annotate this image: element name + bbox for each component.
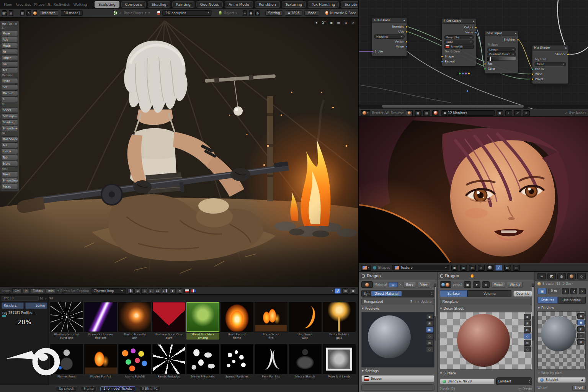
tool-button[interactable]: Mode (1, 43, 18, 49)
tool-button[interactable]: Pivot (1, 78, 18, 84)
layout-icon[interactable]: ⊞ (343, 20, 349, 25)
node-socket[interactable] (531, 68, 534, 70)
count-field[interactable]: cnt | 0 (2, 296, 39, 301)
pin-icon[interactable]: ▾ (473, 281, 480, 288)
material-sphere-button[interactable] (440, 281, 451, 288)
shader-node[interactable]: X-Out-Trans▪NormalsUVsMapping▾VectorValu… (372, 18, 407, 56)
override-button[interactable]: Override (513, 291, 532, 297)
tool-button[interactable]: GG (1, 61, 18, 67)
material-sphere-icon[interactable] (487, 265, 493, 271)
close-icon[interactable]: × (523, 110, 530, 116)
node-widget[interactable]: Mapping▾ (374, 34, 405, 39)
mode-button[interactable]: Mode (304, 10, 319, 16)
texture-thumbnail-campfire2[interactable] (84, 344, 117, 374)
close-icon[interactable]: × (579, 288, 586, 294)
clipboard-icon[interactable]: ▣ (328, 20, 334, 25)
preview-tool-button[interactable]: ◇ (426, 333, 433, 339)
workspace-tab-sculpting[interactable]: Sculpting (95, 1, 119, 8)
tool-button[interactable]: Fit (1, 49, 18, 55)
preview-tool-button[interactable]: ▤ (577, 339, 585, 345)
shading-material-icon[interactable]: ◑ (255, 10, 260, 16)
close-icon[interactable]: × (350, 20, 356, 25)
menu-item[interactable]: Phase I.N., Re.Switch (33, 3, 72, 7)
texture-thumbnail-laser[interactable] (84, 302, 117, 332)
shader-node[interactable]: Mix Shader▪ShaderMy traitBlend▾Fac 0kWin… (532, 45, 568, 84)
tab-surface[interactable]: Surface (440, 290, 468, 297)
tab-material-icon[interactable] (567, 273, 576, 279)
tool-button[interactable]: Shading (1, 119, 18, 125)
prev-keyframe-button[interactable]: ◄◄ (134, 288, 140, 294)
material-sphere-button[interactable] (361, 281, 373, 288)
texture-thumbnail-nebula[interactable] (118, 302, 151, 332)
preview-tool-button[interactable]: ▣ (524, 320, 531, 326)
workspace-tab-painting[interactable]: Painting (172, 1, 194, 8)
node-socket[interactable] (475, 26, 477, 29)
value-field[interactable]: 0 m (548, 288, 560, 294)
timeline-tab[interactable]: Cm (12, 288, 22, 293)
texture-thumbnail-flame[interactable] (220, 302, 253, 332)
season-button[interactable]: Season (361, 375, 434, 382)
tool-button[interactable]: Tab (1, 155, 18, 160)
panel-icon[interactable]: ▤ (423, 110, 430, 116)
node-socket[interactable] (405, 26, 408, 28)
target-icon[interactable]: ◎ (513, 265, 520, 271)
node-socket[interactable] (484, 68, 486, 70)
level-button[interactable]: Level (572, 385, 586, 391)
node-socket[interactable] (567, 53, 569, 56)
editor-type-button[interactable]: ▾ (361, 265, 371, 271)
close-icon[interactable]: × (15, 22, 17, 26)
section-settings[interactable]: ▼Settings (359, 368, 437, 374)
preview-tool-button[interactable]: ○ (426, 346, 433, 352)
node-header[interactable]: F-Set-Colors▪ (442, 19, 476, 24)
editor-type-icon[interactable]: ▦▾ (2, 10, 7, 16)
texture-thumbnail-frame[interactable] (323, 344, 356, 374)
node-socket[interactable] (405, 46, 408, 48)
view-button[interactable]: View (418, 282, 430, 287)
preview-tool-button[interactable]: ◧ (426, 327, 433, 333)
active-tool-icon[interactable]: ▞ (335, 288, 341, 294)
scene-selector[interactable]: 2% occupied▾ (162, 10, 212, 16)
texture-thumbnail-wisp[interactable] (289, 302, 322, 332)
texture-swatch-icon[interactable] (114, 11, 117, 15)
views-button[interactable]: Views (491, 282, 505, 287)
node-socket[interactable] (531, 78, 534, 80)
pin-icon[interactable]: ⊞ (460, 265, 467, 271)
node-socket[interactable] (484, 63, 486, 65)
chevron-down-icon[interactable]: ▾ (332, 289, 333, 292)
tab-volume[interactable]: Volume (467, 290, 511, 297)
setting-button[interactable]: Setting (265, 10, 283, 16)
two-button[interactable]: 2 (570, 288, 577, 294)
tool-button[interactable]: S (1, 96, 18, 102)
name-field[interactable]: Floorplans (440, 299, 532, 305)
node-collapse-icon[interactable]: ▪ (473, 19, 474, 23)
texture-thumbnail-goblin[interactable] (186, 302, 219, 332)
add-icon[interactable]: + (505, 110, 512, 116)
preview-tool-button[interactable]: ▤ (524, 340, 531, 346)
tab-textures[interactable]: Textures (537, 297, 558, 304)
node-widget[interactable]: Blend▾ (534, 62, 566, 66)
interact-button[interactable]: Interact. (39, 10, 59, 16)
shader-node[interactable]: F-Set-Colors▪ColorsValueEasy | Set▾Base▾… (442, 18, 476, 66)
preview-tool-button[interactable]: ● (524, 314, 531, 320)
tool-button[interactable]: Mixture (1, 90, 18, 96)
texture-thumbnail-molecules[interactable] (220, 344, 253, 374)
next-keyframe-button[interactable]: ►► (155, 288, 161, 294)
section-preview[interactable]: ▼Preview (535, 305, 588, 311)
texture-thumbnail-starburst[interactable] (50, 302, 83, 332)
viewport-canvas[interactable]: ▾ 5° ▣ ▦ ⊞ × me (7B) × S.MoreAddModeFitO… (0, 18, 358, 287)
node-collapse-icon[interactable]: ▪ (565, 46, 567, 50)
link-chip[interactable]: ▭ (389, 282, 398, 287)
texture-thumbnail-campfire[interactable] (255, 302, 287, 332)
workspace-tab-shading[interactable]: Shading (148, 1, 170, 8)
texture-thumbnail-dots[interactable] (118, 344, 151, 374)
preview-tool-button[interactable]: ▤ (426, 340, 433, 346)
tool-button[interactable]: Tried (1, 172, 18, 177)
workspace-tab-geo-notes[interactable]: Geo Notes (196, 1, 223, 8)
preview-tool-button[interactable]: ◧ (524, 327, 531, 333)
workspace-tab-compose[interactable]: Compose (121, 1, 146, 8)
node-socket[interactable] (517, 39, 519, 41)
tool-button[interactable]: SmootSwoons (1, 178, 18, 183)
node-header[interactable]: Base Input▪ (485, 31, 518, 36)
tool-button[interactable]: Sheet (1, 107, 18, 113)
node-socket[interactable] (475, 31, 477, 34)
